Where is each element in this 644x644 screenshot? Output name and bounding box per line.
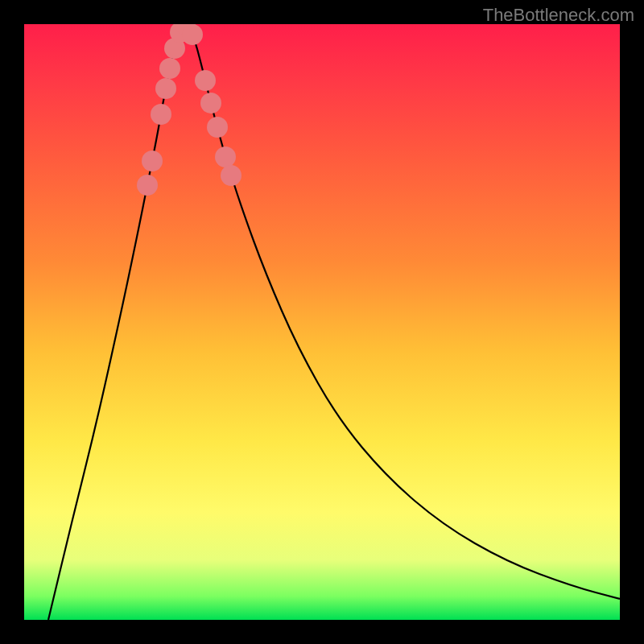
- marker-dot: [155, 78, 176, 99]
- marker-dot: [159, 58, 180, 79]
- marker-dot: [195, 70, 216, 91]
- markers-layer: [24, 24, 620, 620]
- marker-dot: [137, 175, 158, 196]
- watermark-text: TheBottleneck.com: [483, 5, 634, 26]
- marker-dot: [207, 117, 228, 138]
- marker-dot: [142, 151, 163, 171]
- marker-dot: [221, 165, 242, 186]
- marker-dot: [215, 147, 236, 167]
- chart-area: [24, 24, 620, 620]
- marker-dot: [182, 24, 203, 45]
- marker-dot: [200, 93, 221, 114]
- marker-group: [137, 24, 242, 196]
- marker-dot: [151, 104, 171, 125]
